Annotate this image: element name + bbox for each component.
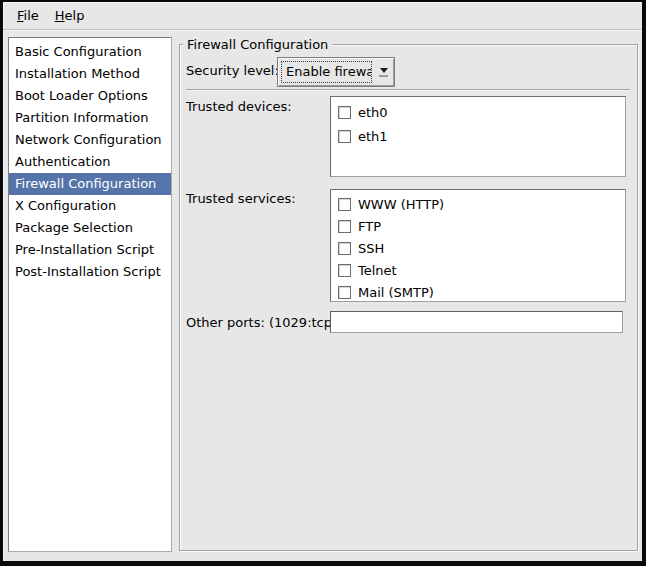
menu-help-label: elp [65,8,85,23]
sidebar-item-network-configuration[interactable]: Network Configuration [9,129,171,151]
trusted-service-row-telnet[interactable]: Telnet [331,259,625,281]
trusted-services-label: Trusted services: [186,190,296,207]
security-level-value: Enable firewall [281,61,372,83]
trusted-service-label: Mail (SMTP) [358,285,434,300]
menu-help-mnemonic: H [55,8,65,23]
trusted-devices-label: Trusted devices: [186,98,292,115]
trusted-device-row-eth1[interactable]: eth1 [331,124,625,148]
sidebar-item-package-selection[interactable]: Package Selection [9,217,171,239]
sidebar-item-basic-configuration[interactable]: Basic Configuration [9,41,171,63]
sidebar-item-partition-information[interactable]: Partition Information [9,107,171,129]
trusted-service-label: FTP [358,219,381,234]
menubar: File Help [3,2,642,29]
menu-file[interactable]: File [9,4,47,27]
other-ports-input[interactable] [330,311,623,333]
sidebar-item-firewall-configuration[interactable]: Firewall Configuration [9,173,171,195]
sidebar-item-post-installation-script[interactable]: Post-Installation Script [9,261,171,283]
kickstart-configurator-window: File Help Basic Configuration Installati… [0,0,646,566]
dropdown-arrow-icon [373,58,394,86]
checkbox-unchecked-icon[interactable] [338,198,351,211]
other-ports-label: Other ports: (1029:tcp) [186,314,337,331]
trusted-service-label: Telnet [358,263,397,278]
security-level-dropdown[interactable]: Enable firewall [277,57,395,87]
trusted-service-row-mail[interactable]: Mail (SMTP) [331,281,625,302]
sidebar-item-x-configuration[interactable]: X Configuration [9,195,171,217]
sidebar-item-authentication[interactable]: Authentication [9,151,171,173]
checkbox-unchecked-icon[interactable] [338,264,351,277]
trusted-device-row-eth0[interactable]: eth0 [331,100,625,124]
trusted-service-row-www[interactable]: WWW (HTTP) [331,193,625,215]
menu-file-label: ile [24,8,39,23]
sidebar-item-pre-installation-script[interactable]: Pre-Installation Script [9,239,171,261]
trusted-services-list[interactable]: WWW (HTTP) FTP SSH Telnet Mail (SMTP) [330,189,626,302]
menubar-separator [3,29,642,31]
sidebar-section-list[interactable]: Basic Configuration Installation Method … [8,37,172,552]
trusted-service-row-ssh[interactable]: SSH [331,237,625,259]
section-separator [186,89,630,91]
trusted-device-label: eth1 [358,129,388,144]
checkbox-unchecked-icon[interactable] [338,106,351,119]
trusted-service-label: SSH [358,241,384,256]
sidebar-item-installation-method[interactable]: Installation Method [9,63,171,85]
checkbox-unchecked-icon[interactable] [338,220,351,233]
frame-title: Firewall Configuration [183,36,332,53]
trusted-devices-list[interactable]: eth0 eth1 [330,96,626,177]
menu-help[interactable]: Help [47,4,93,27]
trusted-service-label: WWW (HTTP) [358,197,444,212]
security-level-label: Security level: [186,62,279,79]
trusted-device-label: eth0 [358,105,388,120]
checkbox-unchecked-icon[interactable] [338,130,351,143]
checkbox-unchecked-icon[interactable] [338,286,351,299]
sidebar-item-boot-loader-options[interactable]: Boot Loader Options [9,85,171,107]
trusted-service-row-ftp[interactable]: FTP [331,215,625,237]
checkbox-unchecked-icon[interactable] [338,242,351,255]
